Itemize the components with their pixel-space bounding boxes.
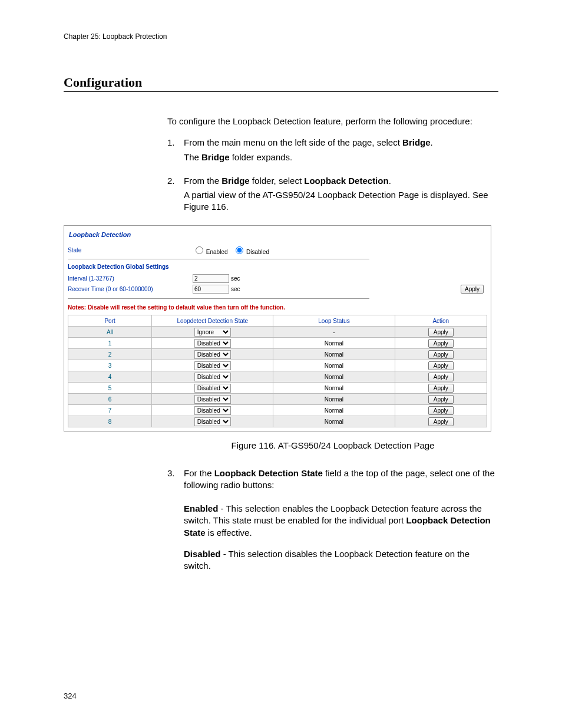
state-disabled-radio-label: Disabled bbox=[246, 249, 269, 255]
step-2-line-2: A partial view of the AT-GS950/24 Loopba… bbox=[184, 189, 498, 213]
loop-status-cell: Normal bbox=[273, 405, 395, 416]
port-cell: All bbox=[107, 329, 113, 335]
step-1-line-1: From the main menu on the left side of t… bbox=[184, 137, 498, 149]
apply-row-button[interactable]: Apply bbox=[428, 350, 454, 359]
step-number: 1. bbox=[167, 137, 184, 166]
table-row: 7DisabledNormalApply bbox=[68, 405, 487, 416]
global-settings-header: Loopback Detection Global Settings bbox=[68, 263, 487, 271]
port-column-header: Port bbox=[68, 315, 152, 327]
disabled-option-paragraph: Disabled - This selection disables the L… bbox=[184, 548, 498, 572]
action-column-header: Action bbox=[395, 315, 487, 327]
figure-caption: Figure 116. AT-GS950/24 Loopback Detecti… bbox=[167, 440, 498, 452]
table-row: 5DisabledNormalApply bbox=[68, 383, 487, 394]
recover-time-unit: sec bbox=[231, 285, 240, 294]
intro-paragraph: To configure the Loopback Detection feat… bbox=[167, 116, 498, 127]
port-table: Port Loopdetect Detection State Loop Sta… bbox=[68, 315, 487, 427]
detection-state-select[interactable]: Disabled bbox=[194, 417, 231, 426]
step-number: 2. bbox=[167, 175, 184, 216]
apply-row-button[interactable]: Apply bbox=[428, 361, 454, 370]
chapter-header: Chapter 25: Loopback Protection bbox=[64, 32, 498, 41]
step-3-line-1: For the Loopback Detection State field a… bbox=[184, 467, 498, 492]
loop-status-cell: Normal bbox=[273, 360, 395, 371]
port-cell: 2 bbox=[108, 351, 112, 358]
interval-label: Interval (1-32767) bbox=[68, 275, 193, 283]
table-row: AllIgnore-Apply bbox=[68, 327, 487, 338]
step-2-line-1: From the Bridge folder, select Loopback … bbox=[184, 175, 498, 187]
apply-row-button[interactable]: Apply bbox=[428, 417, 454, 426]
apply-row-button[interactable]: Apply bbox=[428, 328, 454, 337]
table-row: 4DisabledNormalApply bbox=[68, 371, 487, 383]
port-cell: 3 bbox=[108, 363, 112, 369]
apply-row-button[interactable]: Apply bbox=[428, 384, 454, 393]
table-row: 3DisabledNormalApply bbox=[68, 360, 487, 371]
embedded-ui-screenshot: Loopback Detection State Enabled Disable… bbox=[64, 225, 491, 432]
state-enabled-radio-label: Enabled bbox=[206, 249, 228, 255]
table-row: 2DisabledNormalApply bbox=[68, 349, 487, 360]
detection-state-select[interactable]: Disabled bbox=[194, 395, 231, 404]
loop-status-cell: Normal bbox=[273, 371, 395, 383]
loop-status-cell: Normal bbox=[273, 349, 395, 360]
table-row: 8DisabledNormalApply bbox=[68, 416, 487, 427]
recover-time-input[interactable] bbox=[193, 285, 229, 294]
detection-state-select[interactable]: Disabled bbox=[194, 350, 231, 359]
apply-row-button[interactable]: Apply bbox=[428, 339, 454, 348]
table-row: 1DisabledNormalApply bbox=[68, 338, 487, 349]
detection-state-select[interactable]: Disabled bbox=[194, 384, 231, 393]
port-cell: 7 bbox=[108, 407, 112, 414]
loop-status-cell: Normal bbox=[273, 383, 395, 394]
loop-status-cell: Normal bbox=[273, 416, 395, 427]
enabled-option-paragraph: Enabled - This selection enables the Loo… bbox=[184, 503, 498, 539]
apply-row-button[interactable]: Apply bbox=[428, 395, 454, 404]
apply-row-button[interactable]: Apply bbox=[428, 406, 454, 415]
detection-state-select[interactable]: Disabled bbox=[194, 373, 231, 381]
apply-row-button[interactable]: Apply bbox=[428, 373, 454, 381]
step-1-line-2: The Bridge folder expands. bbox=[184, 151, 498, 163]
detection-state-select[interactable]: Disabled bbox=[194, 361, 231, 370]
state-enabled-radio[interactable] bbox=[196, 246, 203, 254]
loop-status-cell: Normal bbox=[273, 338, 395, 349]
loop-status-cell: - bbox=[273, 327, 395, 338]
loop-column-header: Loop Status bbox=[273, 315, 395, 327]
port-cell: 5 bbox=[108, 385, 112, 391]
port-cell: 6 bbox=[108, 396, 112, 403]
state-label: State bbox=[68, 246, 193, 255]
section-title: Configuration bbox=[64, 75, 498, 92]
port-cell: 4 bbox=[108, 374, 112, 380]
step-number: 3. bbox=[167, 467, 184, 494]
detection-state-select[interactable]: Disabled bbox=[194, 339, 231, 348]
port-cell: 1 bbox=[108, 340, 112, 347]
apply-global-button[interactable]: Apply bbox=[461, 285, 484, 294]
state-column-header: Loopdetect Detection State bbox=[152, 315, 273, 327]
page-number: 324 bbox=[64, 691, 77, 700]
recover-time-label: Recover Time (0 or 60-1000000) bbox=[68, 285, 193, 294]
interval-input[interactable] bbox=[193, 274, 229, 283]
port-cell: 8 bbox=[108, 419, 112, 425]
detection-state-select[interactable]: Disabled bbox=[194, 406, 231, 415]
panel-title: Loopback Detection bbox=[69, 230, 487, 239]
table-row: 6DisabledNormalApply bbox=[68, 394, 487, 405]
detection-state-select[interactable]: Ignore bbox=[194, 328, 231, 337]
state-disabled-radio[interactable] bbox=[236, 246, 243, 254]
loop-status-cell: Normal bbox=[273, 394, 395, 405]
warning-note: Notes: Disable will reset the setting to… bbox=[68, 304, 487, 312]
interval-unit: sec bbox=[231, 275, 240, 283]
